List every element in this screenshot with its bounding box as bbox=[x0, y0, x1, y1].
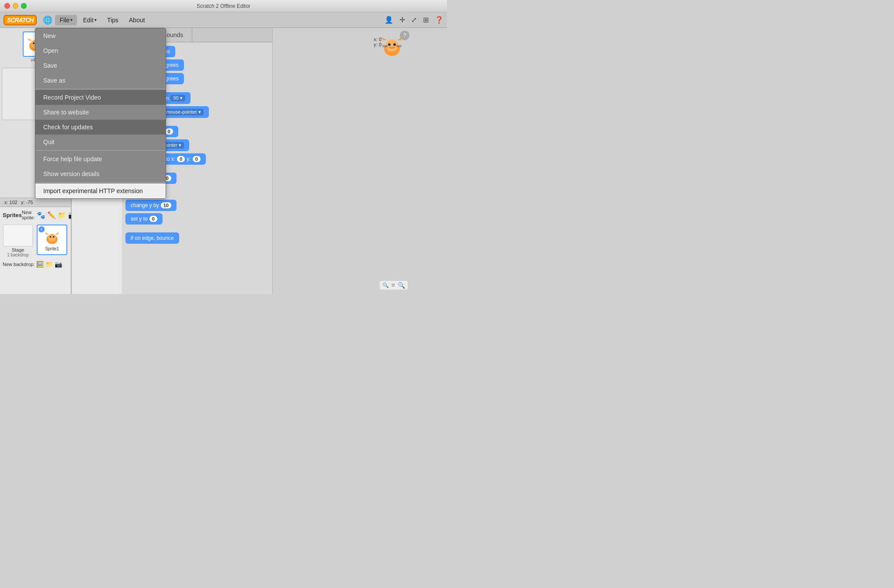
zoom-reset-icon[interactable]: = bbox=[392, 282, 395, 289]
zoom-in-icon[interactable]: 🔍 bbox=[398, 282, 405, 289]
close-button[interactable] bbox=[4, 3, 10, 9]
menu-new[interactable]: New bbox=[35, 28, 166, 43]
maximize-button[interactable] bbox=[21, 3, 27, 9]
sprites-grid: Stage 1 backdrop i Sprite1 bbox=[3, 223, 68, 259]
x-display: x: 0 bbox=[374, 37, 381, 42]
sprite1-thumbnail[interactable]: i Sprite1 bbox=[37, 225, 67, 255]
sprites-section: Sprites New sprite: 🐾 ✏️ 📁 📷 Stage 1 bac… bbox=[0, 207, 71, 294]
stage-coordinates: x: 102 y: -75 bbox=[0, 197, 71, 207]
stage-view: ? x: 0 bbox=[273, 28, 412, 294]
cat-sprite bbox=[379, 32, 405, 59]
cursor-icon[interactable]: ✛ bbox=[399, 16, 405, 24]
menu-http-extension[interactable]: Import experimental HTTP extension bbox=[35, 183, 166, 198]
fullscreen-icon[interactable]: ⤢ bbox=[411, 16, 417, 24]
globe-icon[interactable]: 🌐 bbox=[42, 14, 53, 26]
toolbar-icons: 👤 ✛ ⤢ ⊞ ❓ bbox=[385, 16, 444, 24]
menu-bar: SCRATCH 🌐 File▾ Edit▾ Tips About 👤 ✛ ⤢ ⊞… bbox=[0, 12, 447, 28]
title-bar: Scratch 2 Offline Editor bbox=[0, 0, 447, 12]
block-set-y[interactable]: set y to 0 bbox=[125, 213, 163, 225]
dropdown-divider-3 bbox=[35, 182, 166, 183]
help-icon[interactable]: ❓ bbox=[435, 16, 444, 24]
scratch-logo: SCRATCH bbox=[3, 15, 37, 25]
svg-point-10 bbox=[388, 43, 391, 46]
menu-file[interactable]: File▾ bbox=[55, 15, 77, 25]
zoom-out-icon[interactable]: 🔍 bbox=[382, 282, 389, 288]
menu-force-update[interactable]: Force help file update bbox=[35, 152, 166, 166]
svg-point-2 bbox=[33, 42, 35, 44]
menu-about[interactable]: About bbox=[125, 15, 149, 25]
stage-label: Stage bbox=[12, 247, 24, 252]
svg-point-6 bbox=[50, 236, 52, 238]
block-if-on-edge[interactable]: if on edge, bounce bbox=[125, 232, 179, 244]
menu-show-version[interactable]: Show version details bbox=[35, 166, 166, 181]
stage-thumbnail[interactable]: Stage 1 backdrop bbox=[3, 225, 33, 257]
menu-quit[interactable]: Quit bbox=[35, 135, 166, 149]
menu-share[interactable]: Share to website bbox=[35, 105, 166, 120]
window-title: Scratch 2 Offline Editor bbox=[197, 3, 250, 9]
sprites-header: Sprites New sprite: 🐾 ✏️ 📁 📷 bbox=[3, 210, 68, 220]
sprite-info-badge: i bbox=[38, 226, 45, 232]
y-coord: y: -75 bbox=[21, 200, 33, 205]
upload-sprite-icon[interactable]: 📁 bbox=[58, 211, 66, 219]
stage-image bbox=[3, 225, 33, 246]
menu-edit[interactable]: Edit▾ bbox=[79, 15, 101, 25]
person-icon[interactable]: 👤 bbox=[385, 16, 393, 24]
svg-point-11 bbox=[393, 43, 396, 46]
menu-open[interactable]: Open bbox=[35, 43, 166, 58]
paint-backdrop-icon[interactable]: 🖼️ bbox=[36, 261, 44, 268]
upload-backdrop-icon[interactable]: 📁 bbox=[45, 261, 53, 268]
new-sprite-controls: New sprite: 🐾 ✏️ 📁 📷 bbox=[22, 210, 77, 220]
menu-save[interactable]: Save bbox=[35, 58, 166, 73]
backdrop-label: 1 backdrop bbox=[7, 252, 28, 257]
new-backdrop-row: New backdrop: 🖼️ 📁 📷 bbox=[3, 261, 68, 268]
block-gap-4 bbox=[125, 227, 269, 230]
draw-sprite-icon[interactable]: ✏️ bbox=[47, 211, 56, 219]
menu-check-updates[interactable]: Check for updates bbox=[35, 120, 166, 135]
svg-point-7 bbox=[53, 236, 55, 238]
svg-point-9 bbox=[386, 39, 398, 52]
zoom-controls: 🔍 = 🔍 bbox=[380, 281, 408, 290]
x-coord: x: 102 bbox=[4, 200, 17, 205]
svg-point-5 bbox=[48, 233, 56, 241]
sprites-title: Sprites bbox=[3, 212, 22, 218]
menu-tips[interactable]: Tips bbox=[103, 15, 123, 25]
camera-backdrop-icon[interactable]: 📷 bbox=[55, 261, 62, 268]
dropdown-divider-2 bbox=[35, 150, 166, 151]
minimize-button[interactable] bbox=[13, 3, 18, 9]
file-dropdown-menu: New Open Save Save as Record Project Vid… bbox=[35, 28, 166, 199]
grid-icon[interactable]: ⊞ bbox=[423, 16, 429, 24]
dropdown-divider-1 bbox=[35, 89, 166, 89]
xy-display: x: 0 y: 0 bbox=[374, 37, 381, 47]
sprite1-label: Sprite1 bbox=[45, 246, 59, 251]
block-change-y[interactable]: change y by 10 bbox=[125, 200, 177, 211]
menu-save-as[interactable]: Save as bbox=[35, 73, 166, 88]
right-panel: ? x: 0 bbox=[272, 28, 412, 294]
y-display: y: 0 bbox=[374, 42, 381, 47]
window-controls bbox=[4, 3, 27, 9]
menu-record-video[interactable]: Record Project Video bbox=[35, 90, 166, 105]
paint-sprite-icon[interactable]: 🐾 bbox=[37, 211, 45, 219]
